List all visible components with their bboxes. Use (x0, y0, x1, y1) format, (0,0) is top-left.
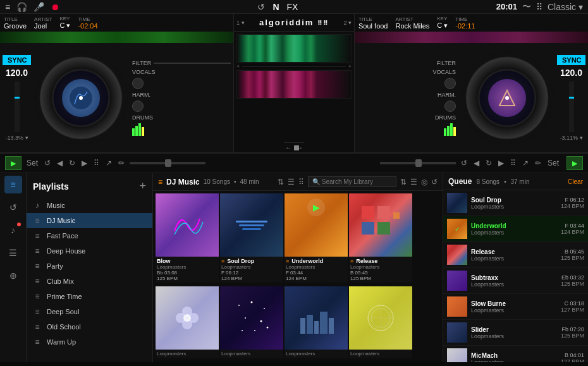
sidebar-header: Playlists + (27, 177, 152, 195)
deck-left-sync[interactable]: SYNC (3, 55, 31, 65)
mix-wave-top[interactable] (236, 34, 352, 63)
vocals-knob-right[interactable] (444, 78, 456, 89)
sidebar-item-music[interactable]: ♪ Music (27, 198, 152, 213)
eye-icon[interactable]: ◎ (421, 178, 427, 186)
album-geometric[interactable]: Loopmasters (349, 286, 412, 360)
sidebar-item-old-school[interactable]: ≡ Old School (27, 319, 152, 334)
album-blow[interactable]: Blow Loopmasters Bb 03:08 125 BPM (156, 193, 219, 285)
sidebar-item-deep-house[interactable]: ≡ Deep House (27, 243, 152, 259)
left-panel-library-icon[interactable]: ♪ (4, 221, 22, 239)
prev-left[interactable]: ◀ (56, 157, 64, 169)
queue-song-count: 8 Songs (476, 178, 499, 185)
next-right[interactable]: ▶ (497, 157, 505, 169)
set-button-right[interactable]: Set (546, 157, 560, 169)
app-logo: algoriddim ⠿⠿ (259, 15, 329, 30)
sidebar-item-party[interactable]: ≡ Party (27, 259, 152, 274)
pitch-slider-right[interactable] (380, 162, 456, 164)
queue-item-slider[interactable]: Slider Loopmasters Fb 07:20 125 BPM (443, 320, 588, 346)
crossfader-left[interactable]: ← (285, 144, 291, 151)
queue-item-release[interactable]: Release Loopmasters B 05:45 125 BPM (443, 242, 588, 268)
record-icon[interactable]: ⏺ (51, 2, 59, 12)
grid-view-icon[interactable]: ⠿ (298, 178, 304, 186)
loop-back-left[interactable]: ↺ (43, 157, 52, 169)
n-icon[interactable]: N (273, 2, 279, 12)
deck-left-waveform[interactable] (0, 32, 233, 43)
deck-right-waveform[interactable] (355, 32, 588, 43)
sidebar-item-fast-pace[interactable]: ≡ Fast Pace (27, 228, 152, 243)
left-panel-history-icon[interactable]: ↺ (4, 198, 22, 216)
sidebar-item-prime-time[interactable]: ≡ Prime Time (27, 289, 152, 304)
album-flower[interactable]: Loopmasters (156, 286, 219, 360)
queue-meta-subtraxx: Eb 03:32 125 BPM (561, 274, 584, 287)
queue-item-slow-burne[interactable]: Slow Burne Loopmasters C 03:18 127 BPM (443, 294, 588, 320)
play-button-right[interactable]: ▶ (567, 156, 583, 170)
album-starfield[interactable]: Loopmasters (220, 286, 283, 360)
loop-forward-right[interactable]: ↻ (484, 157, 493, 169)
harm-knob-right[interactable] (444, 101, 456, 112)
queue-clear-button[interactable]: Clear (568, 178, 583, 185)
browser-bullet: • (234, 178, 236, 185)
svg-rect-5 (377, 206, 390, 219)
sort-icon[interactable]: ⇅ (278, 178, 284, 186)
waveform-icon[interactable]: 〜 (522, 1, 531, 13)
queue-item-subtraxx[interactable]: Subtraxx Loopmasters Eb 03:32 125 BPM (443, 268, 588, 294)
classic-mode[interactable]: Classic ▾ (548, 2, 583, 12)
search-input[interactable] (308, 176, 396, 187)
left-panel-list-icon[interactable]: ☰ (4, 244, 22, 262)
loop-set-left[interactable]: ↗ (104, 157, 113, 169)
queue-duration: 37 min (510, 178, 529, 185)
sidebar-item-dj-music[interactable]: ≡ DJ Music (27, 213, 152, 228)
left-panel-add-icon[interactable]: ⊕ (4, 267, 22, 284)
deck-right-turntable[interactable] (460, 51, 554, 145)
album-citynight[interactable]: Loopmasters (285, 286, 348, 360)
deck-right: TITLE Soul food ARTIST Rock Miles KEY C … (354, 14, 588, 152)
left-panel-music-icon[interactable]: ≡ (4, 176, 22, 193)
filter2-icon[interactable]: ⇅ (400, 178, 407, 186)
svg-rect-26 (329, 318, 334, 334)
prev-right[interactable]: ◀ (472, 157, 481, 169)
vocals-knob-left[interactable] (132, 78, 144, 89)
queue-meta-micmach: B 04:01 127 BPM (561, 352, 584, 362)
mix-wave-bot[interactable] (236, 70, 352, 99)
deck-left-key-field: KEY C ▾ (59, 16, 70, 30)
loop-back-right[interactable]: ↺ (460, 157, 469, 169)
harm-knob-left[interactable] (132, 101, 144, 112)
mic-icon[interactable]: 🎤 (34, 2, 44, 12)
play-button-left[interactable]: ▶ (5, 156, 21, 170)
pitch-slider-left[interactable] (130, 162, 205, 164)
headphones-icon[interactable]: 🎧 (16, 2, 27, 12)
fx-label[interactable]: FX (287, 2, 298, 12)
sidebar-item-warm-up[interactable]: ≡ Warm Up (27, 334, 152, 350)
options-icon[interactable]: ☰ (410, 178, 417, 186)
loop-icon[interactable]: ↺ (257, 2, 265, 12)
deck-right-key[interactable]: C ▾ (437, 21, 448, 30)
deck-right-sync[interactable]: SYNC (557, 55, 585, 65)
next-left[interactable]: ▶ (80, 157, 89, 169)
edit-left[interactable]: ✏ (117, 157, 126, 169)
album-art-starfield (220, 286, 283, 350)
grid-left[interactable]: ⠿ (92, 157, 101, 169)
album-souldrop[interactable]: ≡Soul Drop Loopmasters F 06:12 124 BPM (220, 193, 283, 285)
history-icon[interactable]: ↺ (431, 178, 438, 186)
set-button-left[interactable]: Set (25, 157, 39, 169)
grid-icon[interactable]: ⠿ (536, 2, 542, 12)
grid-right[interactable]: ⠿ (509, 157, 517, 169)
menu-icon[interactable]: ≡ (5, 2, 10, 12)
queue-item-souldrop[interactable]: Soul Drop Loopmasters F 06:12 124 BPM (443, 190, 588, 216)
list-view-icon[interactable]: ☰ (288, 178, 295, 186)
deck-left-key[interactable]: C ▾ (59, 21, 70, 30)
loop-set-right[interactable]: ↗ (521, 157, 530, 169)
deck-left-turntable[interactable] (34, 51, 128, 145)
loop-forward-left[interactable]: ↻ (68, 157, 77, 169)
queue-item-underworld[interactable]: ✓ Underworld Loopmasters F 03:44 124 BPM (443, 216, 588, 242)
svg-point-3 (505, 96, 509, 100)
album-release[interactable]: ≡Release Loopmasters B 05:45 125 BPM (349, 193, 412, 285)
edit-right[interactable]: ✏ (534, 157, 542, 169)
transport-bar: ▶ Set ↺ ◀ ↻ ▶ ⠿ ↗ ✏ ↺ ◀ ↻ ▶ ⠿ ↗ ✏ Set ▶ (0, 153, 588, 173)
sidebar-item-club-mix[interactable]: ≡ Club Mix (27, 274, 152, 289)
queue-item-micmach[interactable]: MicMach Loopmasters B 04:01 127 BPM (443, 346, 588, 362)
album-underworld[interactable]: ▶ ≡Underworld Loopmasters F 03:44 124 BP… (285, 193, 348, 285)
filter-icon[interactable]: ≡ (158, 178, 162, 186)
sidebar-add-button[interactable]: + (139, 180, 146, 193)
sidebar-item-deep-soul[interactable]: ≡ Deep Soul (27, 304, 152, 319)
